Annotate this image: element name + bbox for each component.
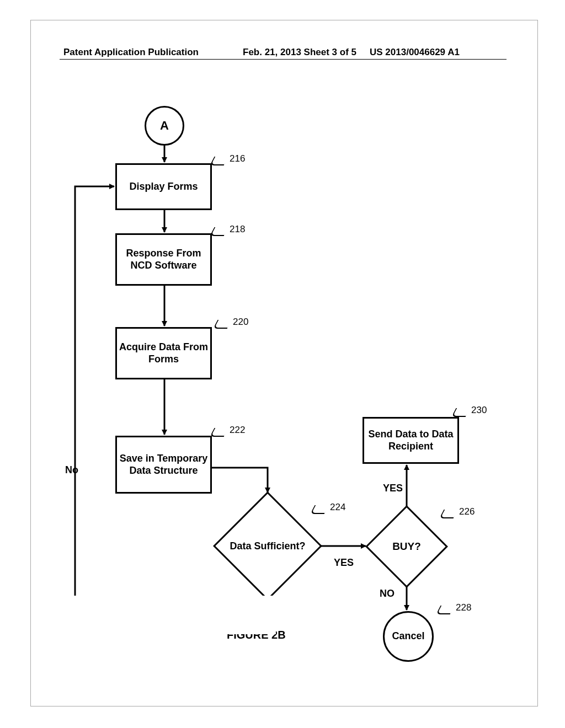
flowchart-arrows-fix (0, 0, 565, 728)
leader-icon (312, 505, 326, 513)
process-send-data: Send Data to Data Recipient (363, 417, 459, 464)
leader-icon (438, 606, 451, 613)
process-save-temp: Save in Temporary Data Structure (115, 436, 212, 494)
ref-228: 228 (456, 602, 471, 613)
ref-220: 220 (233, 317, 248, 328)
ref-224: 224 (330, 502, 345, 513)
leader-icon (441, 510, 455, 517)
flowchart-arrows (0, 0, 565, 728)
flowchart-stage: A Display Forms 216 Response From NCD So… (0, 0, 565, 728)
decision-data-sufficient: Data Sufficient? (229, 507, 306, 585)
ref-230: 230 (471, 405, 487, 416)
ref-218: 218 (230, 224, 245, 235)
figure-caption: FIGURE 2B (227, 629, 286, 641)
ref-216: 216 (230, 153, 245, 164)
ref-222: 222 (230, 425, 245, 436)
leader-icon (212, 227, 225, 235)
leader-icon (215, 320, 228, 328)
process-acquire-data: Acquire Data From Forms (115, 327, 212, 379)
edge-label-yes-sufficient: YES (334, 557, 354, 569)
connector-a: A (145, 106, 184, 146)
decision-label: BUY? (377, 517, 436, 576)
terminator-cancel: Cancel (383, 611, 434, 662)
leader-icon (212, 157, 225, 164)
decision-buy: BUY? (377, 517, 436, 576)
process-response-ncd: Response From NCD Software (115, 233, 212, 286)
edge-label-no-loopback: No (65, 464, 78, 476)
edge-label-yes-buy: YES (383, 483, 403, 494)
process-display-forms: Display Forms (115, 163, 212, 210)
ref-226: 226 (459, 506, 475, 517)
decision-label: Data Sufficient? (229, 507, 306, 585)
leader-icon (454, 408, 467, 416)
leader-icon (212, 428, 225, 436)
edge-label-no-buy: NO (380, 588, 395, 599)
